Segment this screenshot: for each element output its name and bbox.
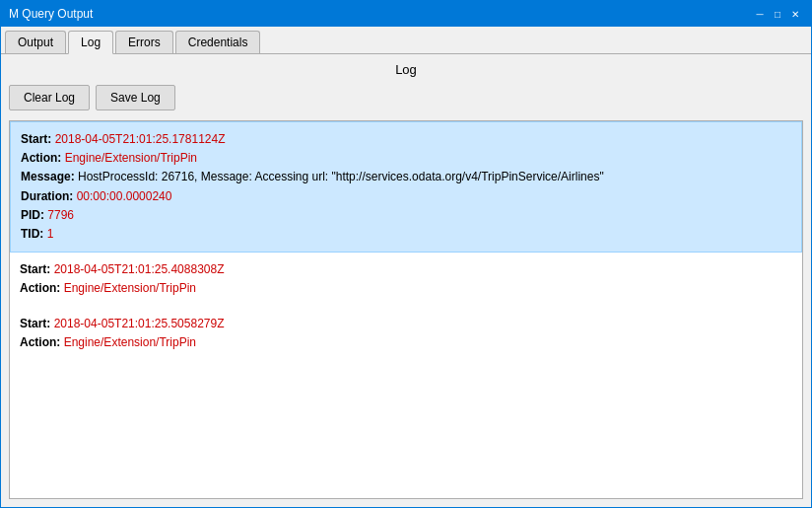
log-entry[interactable]: Start: 2018-04-05T21:01:25.5058279ZActio…	[10, 307, 802, 360]
maximize-button[interactable]: □	[770, 6, 785, 22]
log-area[interactable]: Start: 2018-04-05T21:01:25.1781124ZActio…	[9, 120, 803, 499]
tab-output[interactable]: Output	[5, 31, 66, 53]
log-row: TID: 1	[21, 225, 791, 244]
log-field-value: Engine/Extension/TripPin	[65, 151, 197, 165]
log-entry[interactable]: Start: 2018-04-05T21:01:25.4088308ZActio…	[10, 253, 802, 306]
log-row: Action: Engine/Extension/TripPin	[20, 279, 792, 298]
log-field-label: Action:	[20, 281, 64, 295]
tab-bar: Output Log Errors Credentials	[1, 27, 811, 54]
log-field-value: 1	[47, 227, 54, 241]
log-field-value: 2018-04-05T21:01:25.4088308Z	[54, 262, 225, 276]
tab-errors[interactable]: Errors	[115, 31, 173, 53]
log-row: Start: 2018-04-05T21:01:25.5058279Z	[20, 315, 792, 333]
log-field-label: TID:	[21, 227, 47, 241]
log-entry[interactable]: Start: 2018-04-05T21:01:25.1781124ZActio…	[10, 121, 802, 253]
title-bar: M Query Output ─ □ ✕	[1, 1, 811, 27]
log-row: Start: 2018-04-05T21:01:25.4088308Z	[20, 260, 792, 279]
log-field-label: Duration:	[21, 189, 77, 203]
toolbar: Clear Log Save Log	[9, 85, 803, 110]
log-row: Start: 2018-04-05T21:01:25.1781124Z	[21, 130, 791, 149]
window-title: M Query Output	[9, 7, 93, 21]
title-bar-left: M Query Output	[9, 7, 93, 21]
log-field-label: Start:	[20, 317, 54, 330]
log-field-value: 2018-04-05T21:01:25.5058279Z	[54, 317, 225, 330]
log-row: Duration: 00:00:00.0000240	[21, 187, 791, 206]
tab-credentials[interactable]: Credentials	[175, 31, 261, 53]
content-area: Log Clear Log Save Log Start: 2018-04-05…	[1, 54, 811, 507]
log-field-value: Engine/Extension/TripPin	[64, 335, 196, 349]
clear-log-button[interactable]: Clear Log	[9, 85, 90, 110]
main-window: M Query Output ─ □ ✕ Output Log Errors C…	[0, 0, 812, 508]
log-field-label: Action:	[21, 151, 65, 165]
log-row: Action: Engine/Extension/TripPin	[20, 333, 792, 352]
log-row: Message: HostProcessId: 26716, Message: …	[21, 168, 791, 186]
page-title: Log	[9, 62, 803, 77]
log-row: Action: Engine/Extension/TripPin	[21, 149, 791, 168]
minimize-button[interactable]: ─	[752, 6, 768, 22]
log-row: PID: 7796	[21, 206, 791, 225]
close-button[interactable]: ✕	[787, 6, 803, 22]
save-log-button[interactable]: Save Log	[96, 85, 175, 110]
log-field-value: HostProcessId: 26716, Message: Accessing…	[78, 170, 604, 183]
title-bar-controls: ─ □ ✕	[752, 6, 803, 22]
log-field-value: 2018-04-05T21:01:25.1781124Z	[55, 132, 226, 146]
log-field-value: 7796	[47, 208, 74, 222]
log-field-label: Start:	[21, 132, 55, 146]
tab-log[interactable]: Log	[68, 31, 113, 54]
log-field-label: Message:	[21, 170, 78, 183]
log-field-value: Engine/Extension/TripPin	[64, 281, 196, 295]
log-field-label: PID:	[21, 208, 47, 222]
log-field-label: Start:	[20, 262, 54, 276]
log-field-label: Action:	[20, 335, 64, 349]
log-field-value: 00:00:00.0000240	[77, 189, 172, 203]
